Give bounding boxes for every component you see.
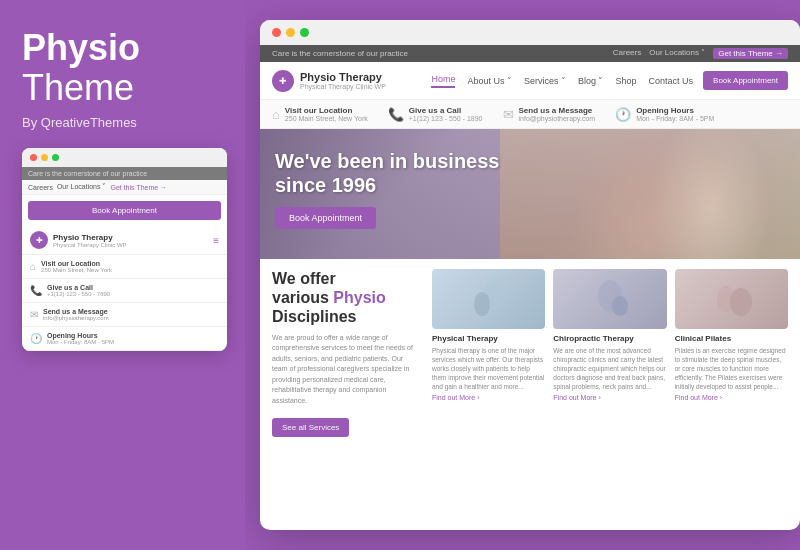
content-text: We are proud to offer a wide range of co… <box>272 333 420 407</box>
info-email-label: Send us a Message <box>519 106 596 115</box>
mini-nav-careers[interactable]: Careers <box>28 184 53 191</box>
find-out-pt[interactable]: Find out More › <box>432 394 545 401</box>
see-services-btn[interactable]: See all Services <box>272 418 349 437</box>
hero-title: We've been in businesssince 1996 <box>275 149 785 197</box>
main-dot-green <box>300 28 309 37</box>
dot-yellow <box>41 154 48 161</box>
info-location-icon: ⌂ <box>272 107 280 122</box>
info-email-icon: ✉ <box>503 107 514 122</box>
mini-book-btn[interactable]: Book Appointment <box>28 201 221 220</box>
mini-info-email: ✉ Send us a Message info@physiotherapy.c… <box>22 303 227 327</box>
mini-nav-bar: Careers Our Locations ˅ Get this Theme → <box>22 180 227 195</box>
site-logo-area: ✚ Physio Therapy Physical Therapy Clinic… <box>272 70 386 92</box>
card-title-cp: Clinical Pilates <box>675 334 788 343</box>
topbar-careers[interactable]: Careers <box>613 48 641 59</box>
card-img-cp <box>675 269 788 329</box>
info-phone-icon: 📞 <box>388 107 404 122</box>
info-phone: 📞 Give us a Call +1(12) 123 - 550 - 1890 <box>388 106 483 122</box>
mini-hours-label: Opening Hours <box>47 332 114 339</box>
nav-blog[interactable]: Blog ˅ <box>578 76 604 86</box>
topbar-locations[interactable]: Our Locations ˅ <box>649 48 705 59</box>
mini-nav-gettheme[interactable]: Get this Theme → <box>110 184 167 191</box>
service-card-ct: Chiropractic Therapy We are one of the m… <box>553 269 666 437</box>
dot-green <box>52 154 59 161</box>
service-card-pt: Physical Therapy Physical therapy is one… <box>432 269 545 437</box>
site-navbar: ✚ Physio Therapy Physical Therapy Clinic… <box>260 62 800 100</box>
info-phone-val: +1(12) 123 - 550 - 1890 <box>409 115 483 122</box>
mini-site-info: Physio Therapy Physical Therapy Clinic W… <box>53 233 127 248</box>
nav-home[interactable]: Home <box>431 74 455 88</box>
info-hours: 🕐 Opening Hours Mon - Friday: 8AM - 5PM <box>615 106 714 122</box>
mini-site-name: Physio Therapy <box>53 233 127 242</box>
content-left: We offervarious PhysioDisciplines We are… <box>272 269 432 437</box>
email-icon: ✉ <box>30 309 38 320</box>
card-img-pt <box>432 269 545 329</box>
site-logo-text: Physio Therapy <box>300 71 386 83</box>
card-img-pt-inner <box>432 269 545 329</box>
info-hours-val: Mon - Friday: 8AM - 5PM <box>636 115 714 122</box>
info-email: ✉ Send us a Message info@physiotherapy.c… <box>503 106 596 122</box>
card-text-cp: Pilates is an exercise regime designed t… <box>675 346 788 391</box>
nav-book-btn[interactable]: Book Appointment <box>703 71 788 90</box>
info-bar: ⌂ Visit our Location 250 Main Street, Ne… <box>260 100 800 129</box>
mini-location-label: Visit our Location <box>41 260 112 267</box>
main-dot-yellow <box>286 28 295 37</box>
main-browser: Care is the cornerstone of our practice … <box>260 20 800 530</box>
mini-email-label: Send us a Message <box>43 308 109 315</box>
info-hours-label: Opening Hours <box>636 106 714 115</box>
mini-hamburger-icon[interactable]: ≡ <box>213 235 219 246</box>
mini-phone-val: +1(12) 123 - 550 - 7890 <box>47 291 110 297</box>
mini-site-sub: Physical Therapy Clinic WP <box>53 242 127 248</box>
mini-browser: Care is the cornerstone of our practice … <box>22 148 227 351</box>
card-text-ct: We are one of the most advanced chiropra… <box>553 346 666 391</box>
dot-red <box>30 154 37 161</box>
info-email-val: info@physiotherapy.com <box>519 115 596 122</box>
brand-by: By QreativeThemes <box>22 115 225 130</box>
service-card-cp: Clinical Pilates Pilates is an exercise … <box>675 269 788 437</box>
svg-point-3 <box>612 296 628 316</box>
find-out-cp[interactable]: Find out More › <box>675 394 788 401</box>
info-clock-icon: 🕐 <box>615 107 631 122</box>
card-title-pt: Physical Therapy <box>432 334 545 343</box>
info-location: ⌂ Visit our Location 250 Main Street, Ne… <box>272 106 368 122</box>
site-topbar-right: Careers Our Locations ˅ Get this Theme → <box>613 48 788 59</box>
mini-hours-val: Mon - Friday: 8AM - 5PM <box>47 339 114 345</box>
card-img-ct-inner <box>553 269 666 329</box>
left-panel: Physio Theme By QreativeThemes Care is t… <box>0 0 245 550</box>
hero-section: We've been in businesssince 1996 Book Ap… <box>260 129 800 259</box>
nav-about[interactable]: About Us ˅ <box>467 76 512 86</box>
card-title-ct: Chiropractic Therapy <box>553 334 666 343</box>
content-heading: We offervarious PhysioDisciplines <box>272 269 420 327</box>
hero-book-btn[interactable]: Book Appointment <box>275 207 376 229</box>
hero-content: We've been in businesssince 1996 Book Ap… <box>260 129 800 249</box>
topbar-get-theme[interactable]: Get this Theme → <box>713 48 788 59</box>
mini-info-phone: 📞 Give us a Call +1(12) 123 - 550 - 7890 <box>22 279 227 303</box>
mini-browser-bar <box>22 148 227 167</box>
info-location-val: 250 Main Street, New York <box>285 115 368 122</box>
mini-phone-label: Give us a Call <box>47 284 110 291</box>
site-logo-circle: ✚ <box>272 70 294 92</box>
nav-services[interactable]: Services ˅ <box>524 76 566 86</box>
main-dot-red <box>272 28 281 37</box>
site-logo-sub: Physical Therapy Clinic WP <box>300 83 386 90</box>
mini-location-val: 250 Main Street, New York <box>41 267 112 273</box>
svg-point-5 <box>730 288 752 316</box>
info-location-label: Visit our Location <box>285 106 368 115</box>
svg-point-1 <box>474 292 490 316</box>
card-img-ct <box>553 269 666 329</box>
site-topbar: Care is the cornerstone of our practice … <box>260 45 800 62</box>
card-text-pt: Physical therapy is one of the major ser… <box>432 346 545 391</box>
card-img-cp-inner <box>675 269 788 329</box>
info-phone-label: Give us a Call <box>409 106 483 115</box>
nav-contact[interactable]: Contact Us <box>649 76 694 86</box>
mini-nav-locations[interactable]: Our Locations ˅ <box>57 183 107 191</box>
phone-icon: 📞 <box>30 285 42 296</box>
mini-topbar: Care is the cornerstone of our practice <box>22 167 227 180</box>
mini-email-val: info@physiotherapy.com <box>43 315 109 321</box>
mini-info-hours: 🕐 Opening Hours Mon - Friday: 8AM - 5PM <box>22 327 227 351</box>
nav-links: Home About Us ˅ Services ˅ Blog ˅ Shop C… <box>431 74 693 88</box>
find-out-ct[interactable]: Find out More › <box>553 394 666 401</box>
nav-shop[interactable]: Shop <box>616 76 637 86</box>
main-browser-bar <box>260 20 800 45</box>
content-area: We offervarious PhysioDisciplines We are… <box>260 259 800 447</box>
